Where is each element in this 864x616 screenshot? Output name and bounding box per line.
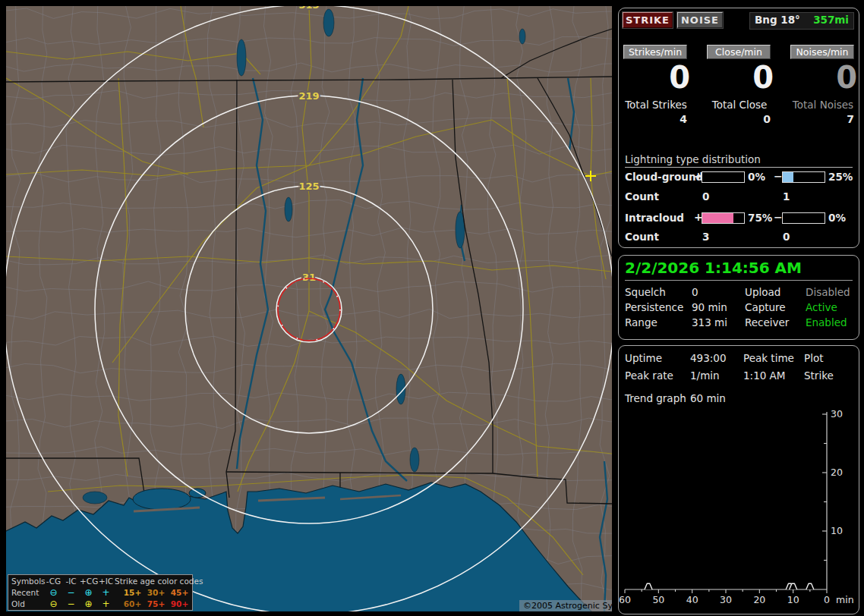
neg-ic-recent-icon: − [62, 589, 80, 596]
svg-text:min: min [836, 594, 854, 605]
cg-pos-bar [702, 171, 745, 183]
squelch-row: Squelch 0 Upload Disabled [619, 286, 860, 301]
intracloud-label: Intracloud [625, 212, 684, 224]
upload-status: Disabled [806, 286, 850, 298]
map-canvas[interactable]: 31125219313 [6, 6, 612, 611]
ic-neg-pct: 0% [828, 212, 846, 224]
total-noises-label: Total Noises [789, 99, 857, 111]
noises-per-min-button[interactable]: Noises/min [790, 45, 854, 59]
legend-age-header: Strike age color codes [115, 577, 192, 586]
total-close-value: 0 [705, 113, 774, 125]
ic-neg-count: 0 [783, 231, 790, 243]
peak-time-label: Peak time [743, 352, 794, 364]
svg-text:50: 50 [652, 594, 664, 605]
bearing-value: Bng 18° [755, 13, 800, 29]
svg-text:20: 20 [831, 467, 843, 478]
cg-neg-count: 1 [783, 190, 790, 203]
pos-ic-recent-icon: + [97, 589, 115, 596]
copyright-label: ©2005 Astrogenic Systems [519, 600, 612, 611]
age-15: 15+ [121, 588, 144, 597]
map-svg: 31125219313 [6, 6, 612, 611]
plot-label: Plot [804, 352, 823, 364]
squelch-label: Squelch [625, 286, 666, 298]
app-root: { "header": { "strike_button": "STRIKE",… [0, 0, 864, 616]
cloud-ground-label: Cloud-ground [625, 171, 703, 183]
range-label: Range [625, 316, 657, 328]
peak-rate-label: Peak rate [625, 369, 673, 382]
svg-text:30: 30 [720, 594, 732, 605]
legend-old-label: Old [11, 599, 45, 608]
cg-pos-count: 0 [702, 190, 709, 203]
strike-counter-panel: STRIKE NOISE Bng 18° 357mi Strikes/min 0… [618, 8, 859, 248]
svg-text:10: 10 [787, 594, 799, 605]
total-noises-value: 7 [789, 113, 857, 125]
legend-old-row: Old ⊖ − ⊕ + 60+ 75+ 90+ [8, 598, 192, 609]
trend-chart-svg: 6050403020100min102030 [619, 403, 859, 614]
pos-ic-old-icon: + [97, 600, 115, 608]
close-per-min-button[interactable]: Close/min [707, 45, 771, 59]
noises-rate-value: 0 [789, 61, 857, 94]
legend-col-pos-cg: +CG [80, 577, 97, 586]
bearing-range-display: Bng 18° 357mi [749, 12, 854, 30]
cg-pos-pct: 0% [748, 171, 765, 183]
ic-pos-pct: 75% [748, 212, 772, 224]
range-ring-label: 219 [298, 90, 319, 102]
svg-text:60: 60 [619, 594, 631, 605]
total-strikes-label: Total Strikes [622, 99, 690, 111]
noises-column: Noises/min 0 Total Noises 7 [789, 45, 857, 143]
range-ring-label: 125 [298, 181, 319, 192]
legend-col-neg-ic: -IC [62, 577, 80, 586]
map-legend: Symbols -CG -IC +CG +IC Strike age color… [8, 574, 193, 611]
ic-neg-bar [782, 212, 825, 224]
svg-text:40: 40 [686, 594, 698, 605]
strike-mode-button[interactable]: STRIKE [623, 12, 673, 28]
ic-pos-fill [702, 213, 733, 223]
status-panel: 2/2/2026 1:14:56 AM Squelch 0 Upload Dis… [618, 255, 859, 340]
svg-text:0: 0 [824, 594, 830, 605]
noise-mode-button[interactable]: NOISE [677, 12, 723, 28]
legend-recent-label: Recent [11, 588, 45, 597]
uptime-row: Uptime 493:00 Peak time Plot [619, 352, 860, 367]
capture-label: Capture [745, 301, 786, 313]
age-90: 90+ [168, 599, 191, 608]
close-rate-value: 0 [705, 61, 774, 94]
cg-neg-bar [782, 171, 825, 183]
receiver-label: Receiver [745, 316, 789, 328]
age-30: 30+ [144, 588, 168, 597]
range-ring-label: 31 [302, 272, 316, 283]
strikes-per-min-button[interactable]: Strikes/min [623, 45, 687, 59]
ic-pos-bar [702, 212, 745, 224]
minus-sign: − [774, 211, 783, 223]
persistence-label: Persistence [625, 301, 683, 313]
receiver-status: Enabled [806, 316, 847, 328]
legend-symbols-header: Symbols [11, 577, 45, 586]
neg-cg-old-icon: ⊖ [45, 600, 62, 608]
uptime-label: Uptime [625, 352, 662, 364]
neg-ic-old-icon: − [62, 600, 80, 608]
trend-chart: 6050403020100min102030 [619, 403, 859, 616]
peak-time-value: 1:10 AM [743, 369, 786, 382]
age-45: 45+ [168, 588, 191, 597]
count-label: Count [625, 231, 659, 243]
pos-cg-recent-icon: ⊕ [80, 589, 97, 596]
cg-neg-fill [783, 172, 793, 182]
age-75: 75+ [144, 599, 168, 608]
age-60: 60+ [121, 599, 144, 608]
svg-text:10: 10 [831, 525, 843, 536]
minus-sign: − [774, 170, 783, 182]
legend-header-row: Symbols -CG -IC +CG +IC Strike age color… [8, 575, 192, 586]
legend-col-neg-cg: -CG [45, 577, 62, 586]
legend-recent-row: Recent ⊖ − ⊕ + 15+ 30+ 45+ [8, 586, 192, 598]
datetime-display: 2/2/2026 1:14:56 AM [625, 259, 853, 281]
persistence-value: 90 min [692, 301, 727, 313]
neg-cg-recent-icon: ⊖ [45, 589, 62, 596]
upload-label: Upload [745, 286, 780, 298]
squelch-value: 0 [692, 286, 698, 298]
persistence-row: Persistence 90 min Capture Active [619, 301, 860, 316]
trend-panel: Uptime 493:00 Peak time Plot Peak rate 1… [618, 345, 859, 614]
cloud-ground-row: Cloud-ground + 0% − 25% [619, 170, 860, 185]
map-display[interactable]: 31125219313 Symbols -CG -IC +CG +IC Stri… [6, 6, 612, 611]
total-close-label: Total Close [705, 99, 774, 111]
capture-status: Active [806, 301, 837, 313]
range-setting-value: 313 mi [692, 316, 727, 328]
